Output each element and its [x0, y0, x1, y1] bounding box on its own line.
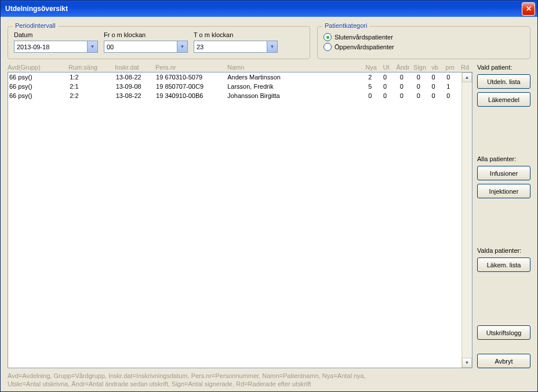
lakemedel-button[interactable]: Läkemedel	[477, 92, 530, 107]
column-headers: Avd(Grupp) Rum:säng Inskr.dat Pers.nr Na…	[8, 63, 472, 72]
window-title: Utdelningsöversikt	[3, 5, 522, 13]
datum-label: Datum	[14, 31, 98, 38]
radio-icon	[323, 43, 332, 51]
from-combo[interactable]: 00 ▼	[104, 41, 188, 53]
chevron-down-icon: ▼	[267, 41, 277, 52]
datum-combo[interactable]: 2013-09-18 ▼	[14, 41, 98, 53]
grid[interactable]: 66 psy()1:213-08-2219 670310-5079Anders …	[8, 72, 472, 368]
side-panel: Vald patient: Utdeln. lista Läkemedel Al…	[477, 63, 530, 368]
radio-oppen[interactable]: Öppenvårdspatienter	[323, 43, 524, 51]
table-row[interactable]: 66 psy()1:213-08-2219 670310-5079Anders …	[8, 72, 472, 82]
close-icon: ✕	[526, 5, 532, 13]
utdeln-lista-button[interactable]: Utdeln. lista	[477, 74, 530, 89]
utskriftslogg-button[interactable]: Utskriftslogg	[477, 325, 530, 340]
table-row[interactable]: 66 psy()2:113-09-0819 850707-00C9Larsson…	[8, 82, 472, 91]
period-legend: Periodintervall	[13, 22, 58, 29]
from-label: Fr o m klockan	[104, 31, 188, 38]
avbryt-button[interactable]: Avbryt	[477, 354, 530, 368]
tom-combo[interactable]: 23 ▼	[194, 41, 278, 53]
valda-patienter-label: Valda patienter:	[477, 247, 530, 254]
radio-sluten[interactable]: Slutenvårdspatienter	[323, 33, 524, 41]
chevron-down-icon: ▼	[177, 41, 187, 52]
lakem-lista-button[interactable]: Läkem. lista	[477, 257, 530, 272]
table-row[interactable]: 66 psy()2:213-08-2219 340910-00B6Johanss…	[8, 91, 472, 100]
category-fieldset: Patientkategori Slutenvårdspatienter Öpp…	[317, 26, 530, 59]
tom-label: T o m klockan	[194, 31, 278, 38]
patient-table: Avd(Grupp) Rum:säng Inskr.dat Pers.nr Na…	[8, 63, 472, 368]
alla-patienter-label: Alla patienter:	[477, 155, 530, 162]
period-fieldset: Periodintervall Datum Fr o m klockan T o…	[8, 26, 310, 59]
infusioner-button[interactable]: Infusioner	[477, 166, 530, 180]
titlebar: Utdelningsöversikt ✕	[1, 1, 537, 17]
scroll-down-icon[interactable]: ▼	[462, 358, 472, 368]
vald-patient-label: Vald patient:	[477, 64, 530, 71]
footer-text: Avd=Avdelning, Grupp=Vårdgrupp, Inskr.da…	[8, 372, 530, 388]
radio-icon	[323, 33, 332, 41]
scrollbar[interactable]: ▲ ▼	[461, 72, 472, 368]
close-button[interactable]: ✕	[522, 2, 535, 16]
window: Utdelningsöversikt ✕ Periodintervall Dat…	[0, 0, 538, 392]
scroll-up-icon[interactable]: ▲	[462, 72, 472, 82]
category-legend: Patientkategori	[322, 22, 369, 29]
injektioner-button[interactable]: Injektioner	[477, 184, 530, 198]
chevron-down-icon: ▼	[87, 41, 97, 52]
